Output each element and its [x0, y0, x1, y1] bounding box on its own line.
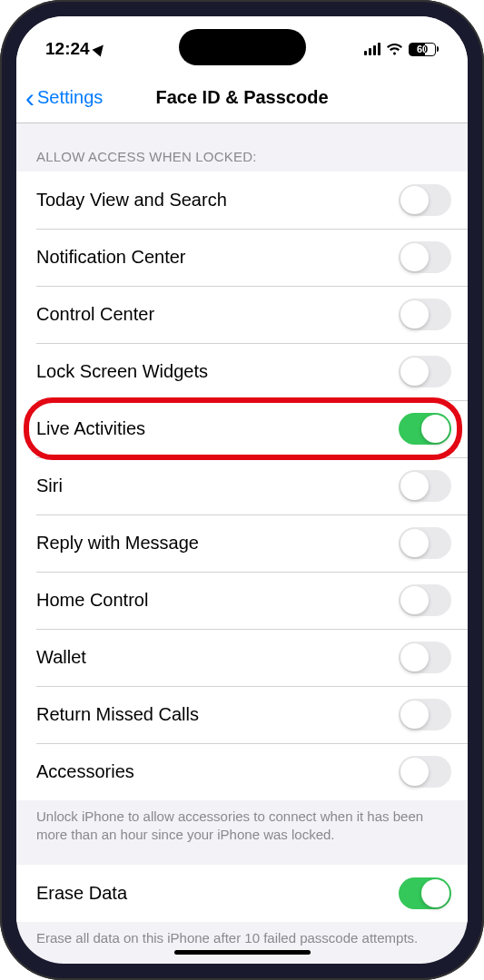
status-left: 12:24 [45, 39, 105, 59]
toggle-knob [400, 186, 429, 214]
setting-row: Accessories [16, 743, 468, 800]
row-label: Control Center [36, 304, 154, 325]
row-label: Live Activities [36, 418, 145, 439]
erase-data-toggle[interactable] [399, 877, 451, 909]
accessories-footer: Unlock iPhone to allow accessories to co… [16, 800, 468, 865]
row-label: Home Control [36, 590, 148, 611]
row-label: Return Missed Calls [36, 704, 199, 725]
row-label: Today View and Search [36, 190, 227, 211]
back-label: Settings [37, 87, 103, 108]
toggle-knob [400, 701, 429, 729]
setting-row: Lock Screen Widgets [16, 343, 468, 400]
setting-row: Erase Data [16, 865, 468, 922]
setting-row: Home Control [16, 572, 468, 629]
toggle-knob [400, 758, 429, 786]
toggle-knob [400, 529, 429, 557]
setting-row: Control Center [16, 286, 468, 343]
row-label: Siri [36, 475, 63, 496]
setting-row: Reply with Message [16, 514, 468, 572]
return-missed-calls-toggle[interactable] [399, 699, 451, 730]
wifi-icon [386, 43, 403, 55]
today-view-toggle[interactable] [399, 184, 451, 216]
control-center-toggle[interactable] [399, 299, 451, 330]
row-label: Erase Data [36, 883, 127, 904]
row-label: Lock Screen Widgets [36, 361, 208, 382]
chevron-back-icon: ‹ [25, 84, 35, 112]
setting-row: Return Missed Calls [16, 686, 468, 743]
row-label: Wallet [36, 647, 86, 668]
row-label: Notification Center [36, 247, 186, 268]
setting-row: Siri [16, 457, 468, 514]
toggle-knob [421, 879, 449, 907]
home-indicator[interactable] [174, 950, 311, 955]
lock-screen-widgets-toggle[interactable] [399, 356, 451, 387]
setting-row: Wallet [16, 629, 468, 686]
siri-toggle[interactable] [399, 470, 451, 502]
live-activities-toggle[interactable] [399, 413, 451, 445]
cellular-signal-icon [364, 43, 381, 55]
row-label: Reply with Message [36, 533, 199, 554]
allow-access-group: Today View and SearchNotification Center… [16, 172, 468, 800]
reply-with-message-toggle[interactable] [399, 527, 451, 559]
toggle-knob [400, 472, 429, 500]
content-scroll[interactable]: ALLOW ACCESS WHEN LOCKED: Today View and… [16, 123, 468, 964]
toggle-knob [400, 243, 429, 271]
setting-row: Today View and Search [16, 172, 468, 229]
setting-row: Live Activities [16, 400, 468, 457]
page-title: Face ID & Passcode [155, 87, 328, 108]
toggle-knob [421, 415, 449, 443]
navigation-bar: ‹ Settings Face ID & Passcode [16, 73, 468, 123]
battery-icon: 60 [409, 43, 439, 56]
phone-frame: 12:24 60 ‹ [0, 0, 484, 980]
erase-data-footer: Erase all data on this iPhone after 10 f… [16, 922, 468, 965]
wallet-toggle[interactable] [399, 642, 451, 673]
status-right: 60 [364, 43, 440, 56]
section-header-allow-access: ALLOW ACCESS WHEN LOCKED: [16, 123, 468, 172]
row-label: Accessories [36, 761, 134, 782]
accessories-toggle[interactable] [399, 756, 451, 788]
toggle-knob [400, 643, 429, 671]
dynamic-island [179, 29, 306, 65]
notification-center-toggle[interactable] [399, 241, 451, 273]
toggle-knob [400, 300, 429, 328]
screen: 12:24 60 ‹ [16, 16, 468, 964]
back-button[interactable]: ‹ Settings [16, 84, 103, 112]
location-icon [92, 42, 107, 57]
toggle-knob [400, 358, 429, 386]
home-control-toggle[interactable] [399, 584, 451, 616]
status-time: 12:24 [45, 39, 90, 59]
erase-data-group: Erase Data [16, 865, 468, 922]
setting-row: Notification Center [16, 229, 468, 286]
toggle-knob [400, 586, 429, 614]
battery-level: 60 [417, 44, 428, 54]
